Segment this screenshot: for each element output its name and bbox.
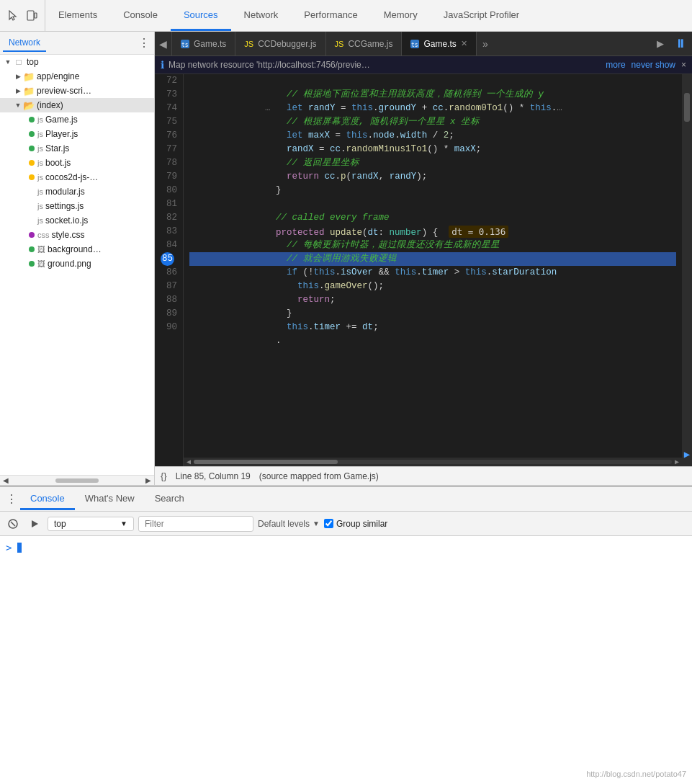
tree-item-index[interactable]: ▼ 📂 (index)	[0, 98, 154, 112]
console-tab-search[interactable]: Search	[145, 489, 194, 510]
dot-boot-js	[29, 160, 35, 166]
tree-item-background[interactable]: 🖼 background…	[0, 242, 154, 257]
tree-item-modular-js[interactable]: js modular.js	[0, 184, 154, 199]
tree-label-modular-js: modular.js	[45, 187, 85, 197]
tree-item-player-js[interactable]: js Player.js	[0, 127, 154, 141]
tree-item-game-js[interactable]: js Game.js	[0, 112, 154, 127]
hscroll-left-arrow[interactable]: ◀	[187, 455, 191, 467]
main-area: Network ⋮ ▼ □ top ▶ 📁 app/engine	[0, 32, 692, 784]
file-tree: Network ⋮ ▼ □ top ▶ 📁 app/engine	[0, 32, 155, 485]
tree-item-top[interactable]: ▼ □ top	[0, 55, 154, 69]
file-icon-ground: 🖼	[37, 259, 45, 268]
network-tab[interactable]: Network	[3, 35, 46, 52]
code-content: 72 73 74 75 76 77 78 79 80 81 82 83 84 8…	[155, 74, 692, 466]
code-lines-scroll[interactable]: // 根据地下面位置和主用跳跃高度，随机得到 一个生成的 y … let ran…	[184, 74, 682, 458]
file-icon-boot-js: js	[37, 159, 43, 167]
bottom-panel: ⋮ Console What's New Search top ▼	[0, 486, 692, 784]
tree-label-background: background…	[48, 244, 102, 254]
console-clear-btn[interactable]	[4, 515, 22, 533]
svg-rect-1	[35, 13, 37, 18]
editor-tab-prev[interactable]: ◀	[155, 32, 172, 55]
console-content[interactable]: >	[0, 536, 692, 784]
info-never-show[interactable]: never show	[632, 60, 675, 70]
editor-tab-game-ts-active[interactable]: ts Game.ts ✕	[402, 32, 476, 55]
folder-icon-app: 📁	[23, 71, 35, 82]
spacer-socket	[29, 218, 35, 223]
close-tab-btn[interactable]: ✕	[461, 39, 467, 48]
editor-tabs-more[interactable]: »	[477, 32, 494, 55]
code-hscrollbar[interactable]: ◀ ▶	[184, 458, 682, 466]
filetree-hscroll-thumb[interactable]	[55, 478, 99, 483]
tab-performance[interactable]: Performance	[291, 0, 370, 31]
info-close-btn[interactable]: ×	[681, 60, 686, 70]
console-tab-console[interactable]: Console	[20, 489, 75, 510]
group-similar-area: Group similar	[324, 519, 387, 529]
svg-marker-8	[32, 520, 38, 527]
play-btn[interactable]: ▶	[652, 35, 669, 53]
tree-item-settings-js[interactable]: js settings.js	[0, 199, 154, 213]
tree-item-boot-js[interactable]: js boot.js	[0, 156, 154, 170]
console-play-btn[interactable]	[26, 515, 43, 533]
spacer-settings	[29, 203, 35, 209]
tree-item-ground[interactable]: 🖼 ground.png	[0, 257, 154, 271]
tree-label-player-js: Player.js	[45, 129, 78, 139]
info-bar: ℹ Map network resource 'http://localhost…	[155, 56, 692, 74]
code-editor: ◀ ts Game.ts JS CCDebugger.js JS CCGame.…	[155, 32, 692, 485]
tree-item-socket-js[interactable]: js socket.io.js	[0, 213, 154, 228]
tab-memory[interactable]: Memory	[371, 0, 431, 31]
pause-btn[interactable]: ⏸	[672, 35, 689, 53]
filetree-more-icon[interactable]: ⋮	[137, 36, 151, 50]
console-context-select[interactable]: top ▼	[48, 517, 134, 531]
hscroll-right-arrow[interactable]: ▶	[675, 455, 679, 467]
pretty-print-btn[interactable]: {}	[161, 471, 167, 481]
device-icon[interactable]	[24, 9, 39, 23]
cursor-icon[interactable]	[6, 9, 20, 23]
tree-item-preview[interactable]: ▶ 📁 preview-scri…	[0, 84, 154, 98]
info-more-link[interactable]: more	[606, 60, 625, 70]
tab-js-profiler[interactable]: JavaScript Profiler	[431, 0, 532, 31]
tree-label-boot-js: boot.js	[45, 158, 71, 168]
root-folder-icon: □	[13, 56, 24, 68]
toolbar-icon-group	[0, 0, 45, 31]
spacer-modular	[29, 189, 35, 195]
tree-label-index: (index)	[37, 100, 63, 110]
file-tree-header: Network ⋮	[0, 32, 154, 55]
tree-item-app-engine[interactable]: ▶ 📁 app/engine	[0, 69, 154, 84]
tab-elements[interactable]: Elements	[45, 0, 110, 31]
group-similar-checkbox[interactable]	[324, 519, 333, 528]
info-icon: ℹ	[161, 59, 164, 71]
tab-console[interactable]: Console	[110, 0, 171, 31]
file-icon-cocos-js: js	[37, 173, 43, 182]
editor-tab-ccdebugger[interactable]: JS CCDebugger.js	[235, 32, 325, 55]
console-level-select[interactable]: Default levels ▼	[258, 519, 320, 529]
sources-panel: Network ⋮ ▼ □ top ▶ 📁 app/engine	[0, 32, 692, 486]
editor-tab-ccgame[interactable]: JS CCGame.js	[326, 32, 403, 55]
tree-label-top: top	[27, 57, 39, 67]
tree-item-style-css[interactable]: css style.css	[0, 228, 154, 242]
tree-arrow-top: ▼	[3, 57, 13, 67]
filetree-scroll-right[interactable]: ▶	[145, 476, 151, 484]
tree-item-cocos-js[interactable]: js cocos2d-js-…	[0, 170, 154, 184]
vscroll-thumb[interactable]	[684, 93, 690, 122]
folder-icon-index: 📂	[23, 99, 35, 111]
tab-sources[interactable]: Sources	[171, 0, 231, 31]
console-filter-input[interactable]	[138, 516, 253, 532]
watermark: http://blog.csdn.net/potato47	[586, 770, 686, 778]
console-tab-whatsnew[interactable]: What's New	[75, 489, 145, 510]
tree-label-style-css: style.css	[52, 230, 85, 240]
tree-label-game-js: Game.js	[45, 115, 78, 125]
hscroll-thumb[interactable]	[194, 460, 338, 464]
console-menu-icon[interactable]: ⋮	[3, 491, 20, 508]
tree-arrow-app: ▶	[13, 71, 23, 81]
filetree-scroll-left[interactable]: ◀	[3, 476, 9, 484]
dot-background	[29, 246, 35, 252]
tab-network[interactable]: Network	[231, 0, 292, 31]
file-icon-game-js: js	[37, 115, 43, 124]
tree-label-preview: preview-scri…	[37, 86, 91, 96]
folder-icon-preview: 📁	[23, 85, 35, 97]
tree-item-star-js[interactable]: js Star.js	[0, 141, 154, 156]
file-icon-modular: js	[37, 187, 43, 196]
tree-label-star-js: Star.js	[45, 143, 69, 153]
editor-tab-game-ts-1[interactable]: ts Game.ts	[172, 32, 235, 55]
breakpoint-85[interactable]: 85	[161, 252, 174, 266]
